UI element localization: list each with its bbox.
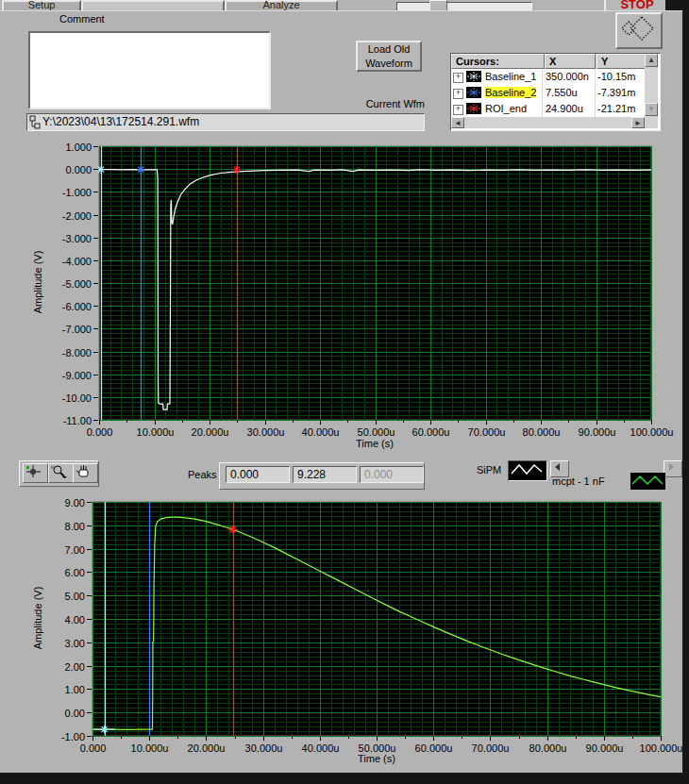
legend-sipm-line-box[interactable]: [508, 460, 547, 481]
x-tick-label: 50.000u: [346, 426, 407, 438]
current-wfm-label: Current Wfm: [359, 98, 425, 109]
y-tick-label: -3.000: [39, 233, 92, 244]
cursor-x-value: 7.550u: [546, 87, 578, 98]
tab-bar: SetupAnalyze STOP: [0, 0, 689, 11]
tab-label: Setup: [4, 0, 79, 10]
x-tick-label: 70.000u: [461, 742, 521, 754]
peaks-value-1[interactable]: 0.000: [226, 466, 290, 483]
graph-palette-button[interactable]: [615, 12, 663, 49]
magnifier-icon: [49, 464, 69, 478]
scroll-down-icon[interactable]: ▼: [645, 103, 658, 116]
y-axis-label: Amplitude (V): [32, 561, 43, 675]
peaks-value-3[interactable]: 0.000: [360, 466, 424, 483]
scroll-left-icon[interactable]: ◄: [451, 117, 464, 128]
tree-expand-icon[interactable]: +: [453, 73, 463, 83]
path-type-icon: [29, 115, 41, 129]
cursor-crosshair-icon: [466, 71, 481, 82]
cursors-panel: Cursors: X Y +Baseline_1350.000n-10.15m+…: [450, 53, 661, 131]
scroll-up-icon[interactable]: ▲: [645, 54, 658, 67]
cursor-crosshair-icon: [466, 87, 481, 98]
y-tick-label: 7.00: [32, 544, 85, 556]
sipm-line-icon: [509, 461, 545, 478]
x-axis-label: Time (s): [339, 753, 414, 764]
cursors-header: Cursors: X Y: [451, 54, 645, 69]
y-tick-label: 1.00: [32, 684, 85, 695]
top-slider-track[interactable]: [396, 2, 532, 11]
tab-label: Analyze: [227, 0, 336, 10]
cursor-row-ROI_end[interactable]: +ROI_end24.900u-21.21m: [451, 101, 645, 117]
labview-window: SetupAnalyze STOP Comment Load Old Wavef…: [0, 0, 689, 784]
y-tick-label: -9.000: [39, 370, 92, 381]
cursor-tool-button[interactable]: [23, 463, 48, 483]
mcpt-waveform-plot[interactable]: [92, 502, 661, 736]
cursors-header-y[interactable]: Y: [597, 54, 648, 69]
cursors-header-x[interactable]: X: [545, 54, 596, 69]
x-tick-label: 20.000u: [176, 742, 237, 754]
x-tick-label: 10.000u: [120, 742, 180, 754]
x-tick-label: 90.000u: [575, 742, 635, 754]
crosshair-icon: [24, 464, 43, 478]
cursor-name[interactable]: Baseline_2: [485, 87, 536, 98]
tab-analyze[interactable]: Analyze: [225, 0, 338, 11]
comment-label: Comment: [59, 13, 105, 25]
mcpt-line-icon: [630, 473, 665, 490]
cursor-crosshair-icon: [466, 103, 481, 114]
cursor-y-value: -7.391m: [597, 87, 635, 98]
tab-setup[interactable]: Setup: [2, 0, 81, 11]
window-right-edge: [682, 0, 689, 784]
x-tick-label: 70.000u: [457, 426, 517, 438]
current-wfm-path-field[interactable]: Y:\2023\04\13\172514.291.wfm: [26, 113, 425, 131]
top-slider-knob[interactable]: [429, 0, 447, 11]
peaks-value-2[interactable]: 9.228: [293, 466, 357, 483]
cursor-x-value: 24.900u: [546, 103, 583, 114]
x-tick-label: 0.000: [63, 742, 124, 754]
cursors-hscrollbar[interactable]: [451, 117, 645, 128]
y-tick-label: -11.00: [39, 415, 92, 426]
y-tick-label: 0.000: [39, 164, 92, 175]
hand-icon: [74, 464, 93, 478]
y-tick-label: -8.000: [39, 347, 92, 359]
cursor-x-value: 350.000n: [546, 71, 589, 82]
comment-input[interactable]: [28, 31, 271, 109]
legend-scroll-right-icon[interactable]: [664, 460, 682, 477]
cursor-name[interactable]: Baseline_1: [485, 71, 536, 82]
x-tick-label: 30.000u: [236, 426, 296, 438]
y-tick-label: -5.000: [39, 278, 92, 290]
peaks-label: Peaks: [188, 469, 217, 480]
pan-tool-button[interactable]: [73, 463, 98, 483]
cursors-header-name[interactable]: Cursors:: [451, 54, 545, 69]
y-tick-label: -10.00: [39, 392, 92, 404]
sipm-waveform-plot[interactable]: [99, 146, 651, 420]
cursor-marker-Baseline_1[interactable]: [97, 166, 105, 174]
cursor-row-Baseline_2[interactable]: +Baseline_27.550u-7.391m: [451, 85, 645, 101]
stop-button[interactable]: STOP: [604, 0, 670, 11]
x-tick-label: 100.000u: [631, 742, 689, 754]
legend-mcpt-label[interactable]: mcpt - 1 nF: [552, 475, 605, 487]
cursor-marker-ROI_end[interactable]: [233, 166, 241, 174]
x-tick-label: 0.000: [70, 426, 130, 438]
diamond-icon: [617, 14, 657, 43]
cursor-y-value: -10.15m: [597, 71, 635, 82]
peaks-fields: 0.0009.2280.000: [219, 462, 425, 490]
scroll-right-icon[interactable]: ►: [631, 117, 645, 128]
legend-sipm-label[interactable]: SiPM: [477, 464, 501, 475]
x-tick-label: 90.000u: [567, 426, 628, 438]
load-old-waveform-button[interactable]: Load Old Waveform: [356, 41, 422, 72]
cursor-marker-Baseline_2[interactable]: [137, 166, 144, 174]
y-tick-label: 8.00: [32, 521, 85, 532]
y-axis-label: Amplitude (V): [32, 225, 43, 339]
y-tick-label: -4.000: [39, 256, 92, 267]
x-tick-label: 40.000u: [291, 426, 351, 438]
tree-expand-icon[interactable]: +: [453, 89, 463, 99]
y-tick-label: -1.00: [32, 731, 85, 742]
tree-expand-icon[interactable]: +: [453, 105, 463, 115]
x-axis-label: Time (s): [337, 438, 412, 449]
tab-middle[interactable]: [81, 0, 225, 11]
cursor-row-Baseline_1[interactable]: +Baseline_1350.000n-10.15m: [451, 69, 645, 85]
x-tick-label: 100.000u: [622, 426, 682, 438]
y-tick-label: 1.000: [39, 142, 92, 153]
cursor-name[interactable]: ROI_end: [485, 103, 527, 114]
current-wfm-path: Y:\2023\04\13\172514.291.wfm: [42, 114, 199, 130]
legend-mcpt-line-box[interactable]: [630, 473, 665, 490]
zoom-tool-button[interactable]: [48, 463, 74, 483]
